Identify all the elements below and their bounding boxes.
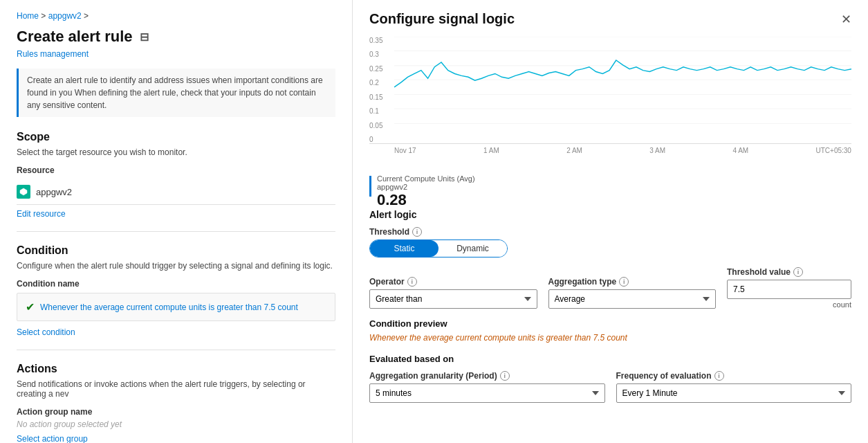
condition-preview-text: Whenever the average current compute uni… [369, 333, 851, 343]
legend-value: 0.28 [377, 191, 475, 209]
threshold-static-button[interactable]: Static [370, 240, 438, 257]
chart-y-labels: 0.35 0.3 0.25 0.2 0.15 0.1 0.05 0 [369, 37, 385, 143]
threshold-dynamic-button[interactable]: Dynamic [438, 240, 507, 257]
chart-svg [394, 37, 851, 138]
divider-1 [17, 231, 335, 232]
resource-field-label: Resource [17, 165, 335, 175]
select-condition-link[interactable]: Select condition [17, 327, 75, 337]
operator-info-icon[interactable]: i [407, 277, 417, 287]
granularity-info-icon[interactable]: i [500, 371, 510, 381]
operator-dropdown[interactable]: Greater than Less than Greater than or e… [369, 289, 537, 309]
info-box: Create an alert rule to identify and add… [17, 69, 335, 117]
chart-container: 0.35 0.3 0.25 0.2 0.15 0.1 0.05 0 [369, 37, 851, 165]
left-panel: Home > appgwv2 > Create alert rule ⊟ Rul… [0, 0, 353, 443]
svg-marker-0 [20, 188, 27, 195]
resource-icon [17, 185, 30, 199]
condition-name-box: ✔ Whenever the average current compute u… [17, 293, 335, 321]
panel-header: Configure signal logic ✕ [369, 11, 851, 27]
evaluated-row: Aggregation granularity (Period) i 1 min… [369, 371, 851, 403]
legend-title: Current Compute Units (Avg) [377, 174, 475, 183]
legend-subtitle: appgwv2 [377, 183, 475, 191]
alert-logic-title: Alert logic [369, 209, 851, 220]
condition-title: Condition [17, 244, 335, 257]
alert-logic-fields-row: Operator i Greater than Less than Greate… [369, 267, 851, 309]
granularity-label: Aggregation granularity (Period) i [369, 371, 605, 381]
print-icon[interactable]: ⊟ [140, 30, 149, 44]
breadcrumb-resource[interactable]: appgwv2 [48, 11, 82, 21]
threshold-value-group: Threshold value i count [727, 267, 851, 309]
panel-title: Configure signal logic [369, 11, 515, 27]
actions-title: Actions [17, 363, 335, 375]
operator-label: Operator i [369, 277, 537, 287]
aggregation-dropdown[interactable]: Average Minimum Maximum Total Count [548, 289, 717, 309]
threshold-info-icon[interactable]: i [412, 227, 422, 237]
condition-name-label: Condition name [17, 279, 335, 289]
condition-preview-title: Condition preview [369, 318, 851, 329]
threshold-label: Threshold i [369, 227, 851, 237]
evaluated-title: Evaluated based on [369, 354, 851, 364]
rules-management-link[interactable]: Rules management [17, 49, 89, 59]
threshold-value-info-icon[interactable]: i [793, 267, 803, 277]
breadcrumb: Home > appgwv2 > [17, 11, 335, 21]
aggregation-group: Aggregation type i Average Minimum Maxim… [548, 277, 717, 309]
breadcrumb-home[interactable]: Home [17, 11, 39, 21]
chart-x-labels: Nov 17 1 AM 2 AM 3 AM 4 AM UTC+05:30 [369, 147, 851, 154]
actions-desc: Send notifications or invoke actions whe… [17, 379, 335, 399]
scope-title: Scope [17, 131, 335, 143]
frequency-dropdown[interactable]: Every 1 Minute Every 5 Minutes Every 15 … [616, 383, 852, 403]
condition-desc: Configure when the alert rule should tri… [17, 261, 335, 271]
no-action-text: No action group selected yet [17, 419, 335, 429]
aggregation-info-icon[interactable]: i [619, 277, 629, 287]
legend-bar [369, 176, 371, 197]
threshold-toggle-group: Static Dynamic [369, 239, 508, 257]
page-title: Create alert rule ⊟ [17, 28, 335, 46]
select-action-link[interactable]: Select action group [17, 434, 88, 443]
divider-2 [17, 350, 335, 350]
right-panel: Configure signal logic ✕ 0.35 0.3 0.25 0… [353, 0, 868, 443]
scope-desc: Select the target resource you wish to m… [17, 147, 335, 157]
condition-name-text: Whenever the average current compute uni… [40, 302, 298, 312]
green-check-icon: ✔ [26, 300, 35, 314]
chart-area: 0.35 0.3 0.25 0.2 0.15 0.1 0.05 0 [369, 37, 851, 144]
frequency-label: Frequency of evaluation i [616, 371, 852, 381]
chart-legend: Current Compute Units (Avg) appgwv2 0.28 [369, 174, 851, 209]
threshold-value-label: Threshold value i [727, 267, 851, 277]
threshold-unit: count [727, 300, 851, 309]
edit-resource-link[interactable]: Edit resource [17, 209, 66, 219]
resource-name: appgwv2 [36, 187, 72, 197]
resource-row: appgwv2 [17, 179, 335, 205]
granularity-group: Aggregation granularity (Period) i 1 min… [369, 371, 605, 403]
action-group-label: Action group name [17, 407, 335, 417]
aggregation-label: Aggregation type i [548, 277, 717, 287]
operator-group: Operator i Greater than Less than Greate… [369, 277, 537, 309]
frequency-group: Frequency of evaluation i Every 1 Minute… [616, 371, 852, 403]
close-button[interactable]: ✕ [841, 12, 851, 27]
frequency-info-icon[interactable]: i [714, 371, 724, 381]
granularity-dropdown[interactable]: 1 minute 5 minutes 15 minutes 30 minutes… [369, 383, 605, 403]
threshold-value-input[interactable] [727, 280, 851, 299]
